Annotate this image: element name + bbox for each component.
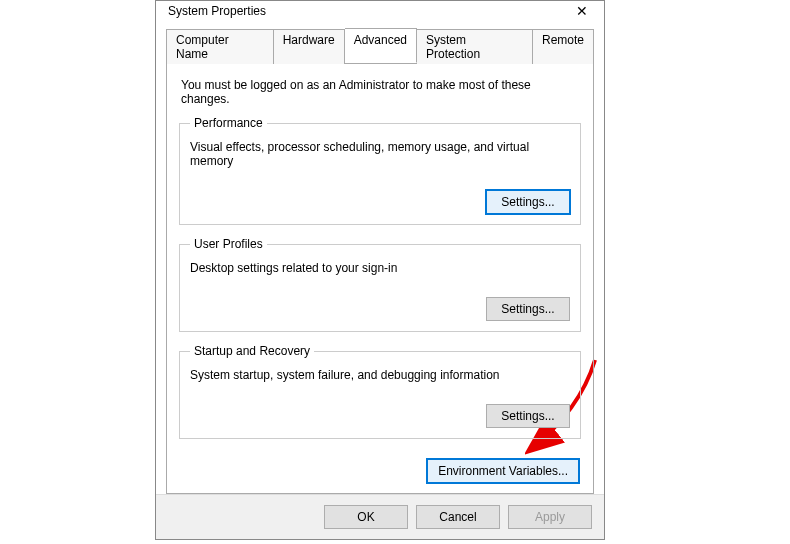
tab-computer-name[interactable]: Computer Name [166, 29, 274, 64]
close-icon[interactable]: ✕ [570, 3, 594, 19]
tab-area: Computer Name Hardware Advanced System P… [156, 20, 604, 494]
group-performance: Performance Visual effects, processor sc… [179, 116, 581, 225]
group-startup-recovery: Startup and Recovery System startup, sys… [179, 344, 581, 439]
group-performance-legend: Performance [190, 116, 267, 130]
group-startup-desc: System startup, system failure, and debu… [190, 368, 570, 382]
startup-settings-button[interactable]: Settings... [486, 404, 570, 428]
profiles-settings-button[interactable]: Settings... [486, 297, 570, 321]
tab-hardware[interactable]: Hardware [274, 29, 345, 64]
intro-text: You must be logged on as an Administrato… [181, 78, 579, 106]
environment-variables-button[interactable]: Environment Variables... [427, 459, 579, 483]
ok-button[interactable]: OK [324, 505, 408, 529]
system-properties-dialog: System Properties ✕ Computer Name Hardwa… [155, 0, 605, 540]
group-startup-legend: Startup and Recovery [190, 344, 314, 358]
window-title: System Properties [168, 4, 266, 18]
apply-button[interactable]: Apply [508, 505, 592, 529]
tab-advanced[interactable]: Advanced [345, 28, 417, 63]
group-profiles-desc: Desktop settings related to your sign-in [190, 261, 570, 275]
tab-strip: Computer Name Hardware Advanced System P… [166, 28, 594, 63]
titlebar: System Properties ✕ [156, 1, 604, 20]
tab-body-advanced: You must be logged on as an Administrato… [166, 63, 594, 494]
group-user-profiles: User Profiles Desktop settings related t… [179, 237, 581, 332]
group-performance-desc: Visual effects, processor scheduling, me… [190, 140, 570, 168]
tab-system-protection[interactable]: System Protection [417, 29, 533, 64]
cancel-button[interactable]: Cancel [416, 505, 500, 529]
group-profiles-legend: User Profiles [190, 237, 267, 251]
dialog-footer: OK Cancel Apply [156, 494, 604, 539]
performance-settings-button[interactable]: Settings... [486, 190, 570, 214]
tab-remote[interactable]: Remote [533, 29, 594, 64]
